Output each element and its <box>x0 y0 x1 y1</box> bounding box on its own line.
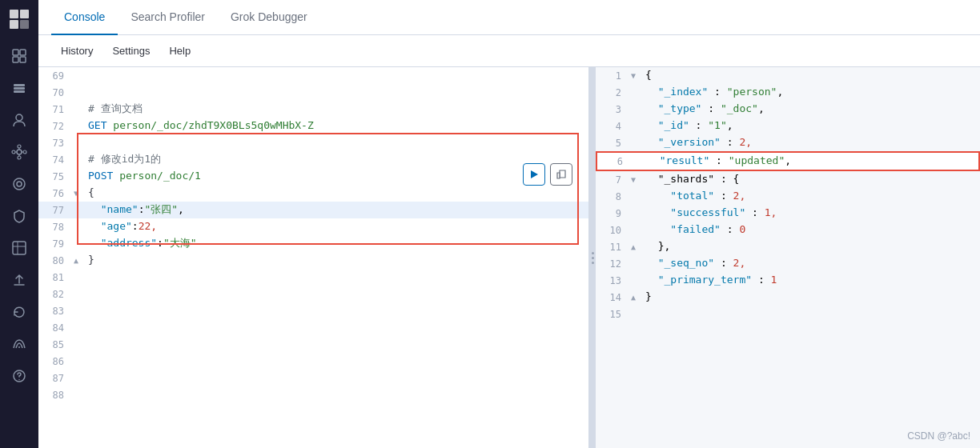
editor-line: 72GET person/_doc/zhdT9X0BLs5q0wMHbX-Z <box>38 118 588 134</box>
watermark: CSDN @?abc! <box>907 430 970 442</box>
output-line: 15 <box>596 306 980 322</box>
editor-line: 80▲} <box>38 252 588 269</box>
question-icon[interactable] <box>5 362 34 390</box>
right-pane[interactable]: 1▼{2 "_index" : "person",3 "_type" : "_d… <box>596 67 980 448</box>
output-line: 7▼ "_shards" : { <box>596 171 980 188</box>
output-line: 11▲ }, <box>596 238 980 255</box>
shield-icon[interactable] <box>5 202 34 230</box>
top-tabs: Console Search Profiler Grok Debugger <box>38 0 980 35</box>
editor-line: 83 <box>38 302 588 319</box>
svg-rect-5 <box>20 50 26 55</box>
subtab-help[interactable]: Help <box>159 35 200 67</box>
tab-search-profiler[interactable]: Search Profiler <box>118 0 218 35</box>
output-line: 2 "_index" : "person", <box>596 84 980 101</box>
refresh-icon[interactable] <box>5 298 34 326</box>
svg-rect-3 <box>20 20 29 29</box>
editor-line: 88 <box>38 386 588 403</box>
output-line: 4 "_id" : "1", <box>596 118 980 134</box>
editor-line: 73 <box>38 134 588 151</box>
output-line: 1▼{ <box>596 67 980 84</box>
signal-icon[interactable] <box>5 330 34 358</box>
tab-grok-debugger[interactable]: Grok Debugger <box>218 0 320 35</box>
editor-line: 84 <box>38 319 588 336</box>
editor-line: 74# 修改id为1的 <box>38 151 588 168</box>
subtab-settings[interactable]: Settings <box>102 35 159 67</box>
editor-line: 77 "name":"张四", <box>38 202 588 218</box>
editor-area: 697071# 查询文档72GET person/_doc/zhdT9X0BLs… <box>38 67 980 448</box>
svg-point-14 <box>18 156 21 159</box>
svg-rect-10 <box>14 90 25 93</box>
drag-handle[interactable] <box>589 67 596 448</box>
user-icon[interactable] <box>5 106 34 134</box>
cluster-icon[interactable] <box>5 138 34 166</box>
output-line: 12 "_seq_no" : 2, <box>596 255 980 272</box>
layers-icon[interactable] <box>5 42 34 70</box>
svg-point-22 <box>17 182 22 186</box>
editor-line: 86 <box>38 353 588 370</box>
main-content: Console Search Profiler Grok Debugger Hi… <box>38 0 980 448</box>
svg-rect-23 <box>13 242 26 254</box>
sidebar <box>0 0 38 448</box>
svg-point-16 <box>23 150 26 154</box>
subtab-history[interactable]: History <box>51 35 102 67</box>
output-line: 3 "_type" : "_doc", <box>596 101 980 118</box>
stack-icon[interactable] <box>5 74 34 102</box>
svg-marker-29 <box>531 170 538 178</box>
left-pane: 697071# 查询文档72GET person/_doc/zhdT9X0BLs… <box>38 67 589 448</box>
run-button[interactable] <box>523 163 545 186</box>
editor-line: 81 <box>38 269 588 286</box>
svg-rect-6 <box>13 57 18 62</box>
editor-line: 71# 查询文档 <box>38 101 588 118</box>
editor-line: 82 <box>38 286 588 302</box>
editor-line: 70 <box>38 84 588 101</box>
output-line: 5 "_version" : 2, <box>596 134 980 151</box>
editor-line: 79 "address":"大海" <box>38 235 588 252</box>
output-line: 14▲} <box>596 289 980 306</box>
svg-point-15 <box>12 150 15 154</box>
svg-rect-8 <box>14 84 25 86</box>
editor-line: 78 "age":22, <box>38 218 588 235</box>
sub-tabs: History Settings Help <box>38 35 980 67</box>
svg-rect-1 <box>20 10 29 18</box>
svg-point-28 <box>18 379 19 380</box>
editor-line: 87 <box>38 370 588 386</box>
svg-point-21 <box>14 178 25 190</box>
svg-point-13 <box>18 145 21 148</box>
map-icon[interactable] <box>5 234 34 262</box>
svg-rect-4 <box>13 50 18 55</box>
editor-line: 69 <box>38 67 588 84</box>
copy-button[interactable] <box>550 163 572 186</box>
wrench-icon[interactable] <box>5 170 34 198</box>
svg-rect-9 <box>14 87 25 90</box>
editor-line: 85 <box>38 336 588 353</box>
output-line: 9 "successful" : 1, <box>596 205 980 222</box>
upload-icon[interactable] <box>5 266 34 294</box>
editor-line: 76▼{ <box>38 185 588 202</box>
svg-rect-2 <box>10 20 18 29</box>
svg-rect-7 <box>20 57 26 62</box>
output-line: 10 "failed" : 0 <box>596 222 980 238</box>
output-line: 13 "_primary_term" : 1 <box>596 272 980 289</box>
code-editor[interactable]: 697071# 查询文档72GET person/_doc/zhdT9X0BLs… <box>38 67 588 448</box>
output-line: 8 "total" : 2, <box>596 188 980 205</box>
tab-console[interactable]: Console <box>51 0 118 35</box>
editor-line: 75POST person/_doc/1 <box>38 168 588 185</box>
svg-point-11 <box>16 114 22 121</box>
output-line: 6 "result" : "updated", <box>596 151 980 171</box>
svg-point-12 <box>17 150 22 154</box>
run-controls <box>523 163 572 186</box>
svg-rect-0 <box>10 10 18 18</box>
logo <box>6 6 32 32</box>
